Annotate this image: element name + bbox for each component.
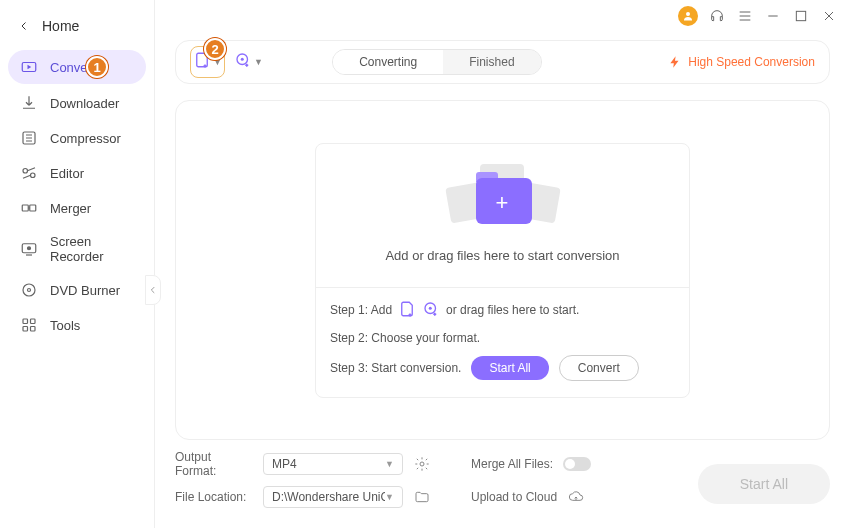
file-location-select[interactable]: D:\Wondershare UniConverter 1 ▼: [263, 486, 403, 508]
sidebar-item-converter[interactable]: Converter: [8, 50, 146, 84]
home-button[interactable]: Home: [0, 8, 154, 48]
svg-point-9: [28, 247, 31, 250]
add-dvd-icon[interactable]: [422, 300, 440, 321]
svg-point-11: [28, 289, 31, 292]
step1-text-a: Step 1: Add: [330, 303, 392, 317]
sidebar-item-label: DVD Burner: [50, 283, 120, 298]
add-file-icon[interactable]: [398, 300, 416, 321]
settings-gear-icon[interactable]: [413, 455, 431, 473]
svg-point-19: [429, 306, 432, 309]
svg-marker-2: [28, 65, 32, 70]
sidebar-item-label: Editor: [50, 166, 84, 181]
tools-icon: [20, 316, 38, 334]
drop-text: Add or drag files here to start conversi…: [385, 248, 619, 263]
merge-toggle[interactable]: [563, 457, 591, 471]
step3-text: Step 3: Start conversion.: [330, 361, 461, 375]
chevron-down-icon: ▼: [385, 492, 394, 502]
step2-text: Step 2: Choose your format.: [330, 331, 675, 345]
svg-rect-6: [22, 205, 28, 211]
start-all-button[interactable]: Start All: [698, 464, 830, 504]
home-label: Home: [42, 18, 79, 34]
start-all-small-button[interactable]: Start All: [471, 356, 548, 380]
step1-text-b: or drag files here to start.: [446, 303, 579, 317]
step-badge-1: 1: [86, 56, 108, 78]
svg-point-5: [31, 173, 36, 178]
add-dvd-icon: [234, 51, 252, 73]
sidebar-item-screen-recorder[interactable]: Screen Recorder: [0, 226, 154, 272]
compressor-icon: [20, 129, 38, 147]
steps: Step 1: Add or drag files here to start.…: [316, 287, 689, 397]
svg-point-17: [241, 58, 244, 61]
converter-icon: [20, 58, 38, 76]
svg-rect-15: [31, 327, 36, 332]
svg-point-10: [23, 284, 35, 296]
output-format-select[interactable]: MP4 ▼: [263, 453, 403, 475]
sidebar-item-merger[interactable]: Merger: [0, 191, 154, 225]
open-folder-icon[interactable]: [413, 488, 431, 506]
add-dvd-button[interactable]: ▼: [231, 46, 266, 78]
sidebar-item-label: Tools: [50, 318, 80, 333]
high-speed-conversion-button[interactable]: High Speed Conversion: [668, 55, 815, 69]
svg-rect-7: [30, 205, 36, 211]
convert-button[interactable]: Convert: [559, 355, 639, 381]
sidebar-item-label: Compressor: [50, 131, 121, 146]
svg-rect-14: [23, 327, 28, 332]
step-badge-2: 2: [204, 38, 226, 60]
editor-icon: [20, 164, 38, 182]
drop-card: + Add or drag files here to start conver…: [315, 143, 690, 398]
cloud-upload-icon[interactable]: [567, 488, 585, 506]
svg-rect-13: [31, 319, 36, 324]
file-location-label: File Location:: [175, 490, 253, 504]
toolbar: ▼ ▼ Converting Finished High Speed Conve…: [175, 40, 830, 84]
merge-label: Merge All Files:: [471, 457, 553, 471]
drop-area[interactable]: + Add or drag files here to start conver…: [316, 144, 689, 287]
sidebar-item-label: Screen Recorder: [50, 234, 140, 264]
content-panel: + Add or drag files here to start conver…: [175, 100, 830, 440]
chevron-down-icon: ▼: [254, 57, 263, 67]
sidebar-item-tools[interactable]: Tools: [0, 308, 154, 342]
svg-point-4: [23, 169, 28, 174]
sidebar-item-label: Downloader: [50, 96, 119, 111]
lightning-icon: [668, 55, 682, 69]
sidebar-item-downloader[interactable]: Downloader: [0, 86, 154, 120]
dvd-burner-icon: [20, 281, 38, 299]
screen-recorder-icon: [20, 240, 38, 258]
output-format-label: Output Format:: [175, 450, 253, 478]
tab-finished[interactable]: Finished: [443, 50, 540, 74]
bottom-bar: Output Format: MP4 ▼ Merge All Files: Fi…: [175, 450, 830, 520]
svg-rect-12: [23, 319, 28, 324]
chevron-down-icon: ▼: [385, 459, 394, 469]
upload-label: Upload to Cloud: [471, 490, 557, 504]
svg-point-20: [420, 462, 424, 466]
sidebar-item-editor[interactable]: Editor: [0, 156, 154, 190]
merger-icon: [20, 199, 38, 217]
back-icon: [18, 20, 30, 32]
sidebar-item-compressor[interactable]: Compressor: [0, 121, 154, 155]
tab-converting[interactable]: Converting: [333, 50, 443, 74]
sidebar: Home Converter Downloader Compressor Edi…: [0, 0, 155, 528]
sidebar-item-label: Merger: [50, 201, 91, 216]
sidebar-item-dvd-burner[interactable]: DVD Burner: [0, 273, 154, 307]
folder-illustration: +: [448, 164, 558, 234]
downloader-icon: [20, 94, 38, 112]
tab-segment: Converting Finished: [332, 49, 541, 75]
